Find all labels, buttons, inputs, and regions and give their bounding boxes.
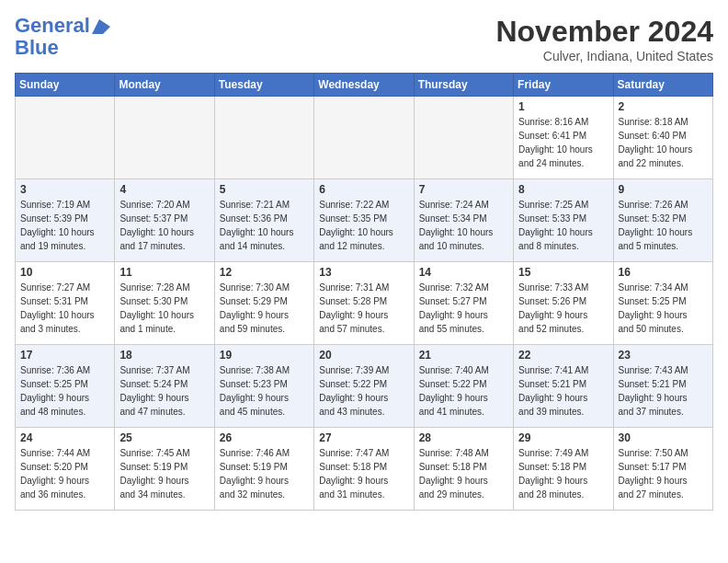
calendar-cell: 20Sunrise: 7:39 AM Sunset: 5:22 PM Dayli… — [314, 345, 414, 428]
calendar-cell: 25Sunrise: 7:45 AM Sunset: 5:19 PM Dayli… — [115, 428, 214, 511]
month-title: November 2024 — [495, 15, 713, 49]
calendar-cell: 7Sunrise: 7:24 AM Sunset: 5:34 PM Daylig… — [414, 179, 513, 262]
weekday-header: Thursday — [414, 74, 513, 97]
calendar-cell — [16, 97, 115, 179]
calendar-cell: 1Sunrise: 8:16 AM Sunset: 6:41 PM Daylig… — [514, 97, 613, 179]
calendar-cell: 5Sunrise: 7:21 AM Sunset: 5:36 PM Daylig… — [214, 179, 313, 262]
day-info: Sunrise: 7:37 AM Sunset: 5:24 PM Dayligh… — [119, 363, 209, 419]
calendar-cell — [214, 97, 313, 179]
weekday-header: Monday — [115, 74, 214, 97]
weekday-header: Friday — [514, 74, 613, 97]
weekday-header: Tuesday — [214, 74, 313, 97]
day-number: 19 — [220, 349, 309, 362]
logo-general: General — [15, 14, 90, 37]
day-info: Sunrise: 8:18 AM Sunset: 6:40 PM Dayligh… — [619, 115, 708, 170]
day-number: 30 — [619, 431, 708, 444]
day-info: Sunrise: 7:32 AM Sunset: 5:27 PM Dayligh… — [419, 281, 508, 336]
day-number: 21 — [419, 349, 508, 362]
day-number: 6 — [319, 183, 408, 196]
day-number: 7 — [419, 183, 508, 196]
calendar-cell: 6Sunrise: 7:22 AM Sunset: 5:35 PM Daylig… — [314, 179, 414, 262]
calendar-cell: 12Sunrise: 7:30 AM Sunset: 5:29 PM Dayli… — [214, 262, 313, 345]
day-info: Sunrise: 7:40 AM Sunset: 5:22 PM Dayligh… — [419, 363, 508, 419]
day-number: 27 — [319, 431, 408, 444]
calendar-cell: 9Sunrise: 7:26 AM Sunset: 5:32 PM Daylig… — [613, 179, 712, 262]
calendar-cell: 26Sunrise: 7:46 AM Sunset: 5:19 PM Dayli… — [214, 428, 313, 511]
calendar-cell: 23Sunrise: 7:43 AM Sunset: 5:21 PM Dayli… — [613, 345, 712, 428]
day-info: Sunrise: 7:47 AM Sunset: 5:18 PM Dayligh… — [319, 446, 408, 501]
day-info: Sunrise: 7:49 AM Sunset: 5:18 PM Dayligh… — [518, 446, 608, 501]
day-number: 25 — [119, 431, 209, 444]
calendar-cell: 19Sunrise: 7:38 AM Sunset: 5:23 PM Dayli… — [214, 345, 313, 428]
calendar-cell: 16Sunrise: 7:34 AM Sunset: 5:25 PM Dayli… — [613, 262, 712, 345]
day-info: Sunrise: 7:27 AM Sunset: 5:31 PM Dayligh… — [20, 281, 109, 336]
calendar-cell: 3Sunrise: 7:19 AM Sunset: 5:39 PM Daylig… — [16, 179, 115, 262]
day-info: Sunrise: 7:48 AM Sunset: 5:18 PM Dayligh… — [419, 446, 508, 501]
day-number: 26 — [220, 431, 309, 444]
calendar-cell: 15Sunrise: 7:33 AM Sunset: 5:26 PM Dayli… — [514, 262, 613, 345]
day-info: Sunrise: 7:44 AM Sunset: 5:20 PM Dayligh… — [20, 446, 109, 501]
day-number: 5 — [220, 183, 309, 196]
weekday-header: Wednesday — [314, 74, 414, 97]
day-info: Sunrise: 7:19 AM Sunset: 5:39 PM Dayligh… — [20, 198, 109, 253]
day-number: 13 — [319, 266, 408, 279]
weekday-header-row: SundayMondayTuesdayWednesdayThursdayFrid… — [16, 74, 713, 97]
day-info: Sunrise: 7:22 AM Sunset: 5:35 PM Dayligh… — [319, 198, 408, 253]
calendar-table: SundayMondayTuesdayWednesdayThursdayFrid… — [15, 73, 713, 511]
day-info: Sunrise: 7:30 AM Sunset: 5:29 PM Dayligh… — [220, 281, 309, 336]
day-info: Sunrise: 7:25 AM Sunset: 5:33 PM Dayligh… — [518, 198, 608, 253]
calendar-cell — [314, 97, 414, 179]
location: Culver, Indiana, United States — [495, 49, 713, 63]
day-info: Sunrise: 7:21 AM Sunset: 5:36 PM Dayligh… — [220, 198, 309, 253]
day-info: Sunrise: 7:33 AM Sunset: 5:26 PM Dayligh… — [518, 281, 608, 336]
day-info: Sunrise: 7:24 AM Sunset: 5:34 PM Dayligh… — [419, 198, 508, 253]
calendar-week-row: 24Sunrise: 7:44 AM Sunset: 5:20 PM Dayli… — [16, 428, 713, 511]
calendar-cell: 4Sunrise: 7:20 AM Sunset: 5:37 PM Daylig… — [115, 179, 214, 262]
day-info: Sunrise: 7:28 AM Sunset: 5:30 PM Dayligh… — [119, 281, 209, 336]
day-number: 17 — [20, 349, 109, 362]
calendar-cell: 27Sunrise: 7:47 AM Sunset: 5:18 PM Dayli… — [314, 428, 414, 511]
calendar-cell: 13Sunrise: 7:31 AM Sunset: 5:28 PM Dayli… — [314, 262, 414, 345]
calendar-cell — [115, 97, 214, 179]
calendar-cell: 2Sunrise: 8:18 AM Sunset: 6:40 PM Daylig… — [613, 97, 712, 179]
day-info: Sunrise: 7:34 AM Sunset: 5:25 PM Dayligh… — [619, 281, 708, 336]
weekday-header: Sunday — [16, 74, 115, 97]
day-info: Sunrise: 7:45 AM Sunset: 5:19 PM Dayligh… — [119, 446, 209, 501]
day-number: 18 — [119, 349, 209, 362]
day-number: 9 — [619, 183, 708, 196]
day-number: 8 — [518, 183, 608, 196]
calendar-cell: 17Sunrise: 7:36 AM Sunset: 5:25 PM Dayli… — [16, 345, 115, 428]
day-number: 12 — [220, 266, 309, 279]
day-number: 16 — [619, 266, 708, 279]
day-info: Sunrise: 7:39 AM Sunset: 5:22 PM Dayligh… — [319, 363, 408, 419]
logo-blue: Blue — [15, 36, 59, 59]
day-info: Sunrise: 7:38 AM Sunset: 5:23 PM Dayligh… — [220, 363, 309, 419]
calendar-week-row: 3Sunrise: 7:19 AM Sunset: 5:39 PM Daylig… — [16, 179, 713, 262]
day-number: 23 — [619, 349, 708, 362]
day-info: Sunrise: 7:43 AM Sunset: 5:21 PM Dayligh… — [619, 363, 708, 419]
calendar-cell: 21Sunrise: 7:40 AM Sunset: 5:22 PM Dayli… — [414, 345, 513, 428]
logo: General Blue — [15, 15, 110, 59]
calendar-cell: 18Sunrise: 7:37 AM Sunset: 5:24 PM Dayli… — [115, 345, 214, 428]
svg-marker-0 — [92, 19, 110, 34]
day-number: 3 — [20, 183, 109, 196]
day-number: 20 — [319, 349, 408, 362]
day-number: 22 — [518, 349, 608, 362]
day-info: Sunrise: 8:16 AM Sunset: 6:41 PM Dayligh… — [518, 115, 608, 170]
calendar-cell — [414, 97, 513, 179]
calendar-cell: 29Sunrise: 7:49 AM Sunset: 5:18 PM Dayli… — [514, 428, 613, 511]
logo-bird-icon — [90, 17, 110, 34]
title-area: November 2024 Culver, Indiana, United St… — [495, 15, 713, 63]
calendar-cell: 24Sunrise: 7:44 AM Sunset: 5:20 PM Dayli… — [16, 428, 115, 511]
calendar-week-row: 1Sunrise: 8:16 AM Sunset: 6:41 PM Daylig… — [16, 97, 713, 179]
day-number: 11 — [119, 266, 209, 279]
day-number: 14 — [419, 266, 508, 279]
calendar-week-row: 17Sunrise: 7:36 AM Sunset: 5:25 PM Dayli… — [16, 345, 713, 428]
day-number: 15 — [518, 266, 608, 279]
day-info: Sunrise: 7:36 AM Sunset: 5:25 PM Dayligh… — [20, 363, 109, 419]
day-info: Sunrise: 7:50 AM Sunset: 5:17 PM Dayligh… — [619, 446, 708, 501]
day-number: 28 — [419, 431, 508, 444]
day-number: 1 — [518, 100, 608, 113]
calendar-cell: 30Sunrise: 7:50 AM Sunset: 5:17 PM Dayli… — [613, 428, 712, 511]
day-info: Sunrise: 7:26 AM Sunset: 5:32 PM Dayligh… — [619, 198, 708, 253]
